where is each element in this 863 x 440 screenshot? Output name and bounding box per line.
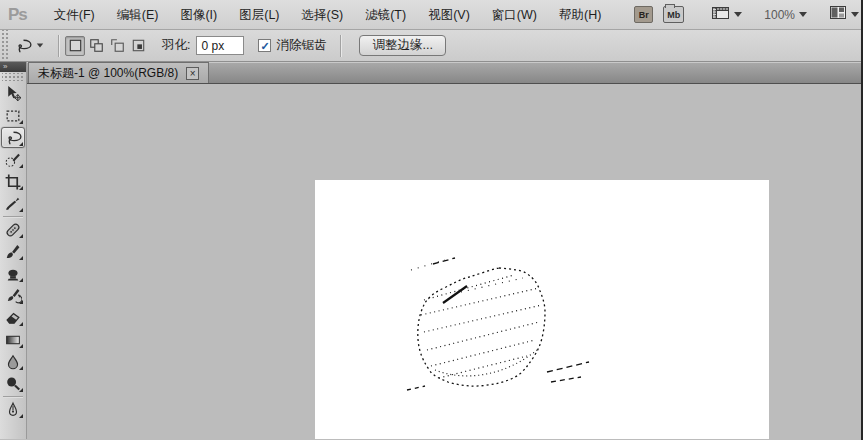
launch-bridge-button[interactable]: Br xyxy=(634,6,653,23)
flyout-indicator-icon xyxy=(19,414,23,418)
menu-item-help[interactable]: 帮助(H) xyxy=(548,1,612,29)
menu-item-file[interactable]: 文件(F) xyxy=(43,1,106,29)
view-extras-dropdown[interactable] xyxy=(706,3,747,26)
lasso-selection-drawing xyxy=(315,180,769,439)
flyout-indicator-icon xyxy=(19,388,23,392)
move-tool-button[interactable] xyxy=(1,83,25,104)
quick-selection-tool-button[interactable] xyxy=(1,149,25,170)
history-brush-tool-button[interactable] xyxy=(1,285,25,306)
anti-alias-label: 消除锯齿 xyxy=(276,37,326,54)
flyout-indicator-icon xyxy=(19,142,23,146)
new-selection-icon xyxy=(68,38,83,53)
options-bar-grip[interactable] xyxy=(0,30,8,61)
add-to-selection-button[interactable] xyxy=(86,36,106,56)
zoom-level-value: 100% xyxy=(764,8,795,22)
menu-item-image[interactable]: 图像(I) xyxy=(169,1,228,29)
flyout-indicator-icon xyxy=(19,344,23,348)
subtract-from-selection-icon xyxy=(110,38,125,53)
flyout-indicator-icon xyxy=(19,300,23,304)
checkbox-checked-icon[interactable]: ✓ xyxy=(258,39,271,52)
arrange-documents-dropdown[interactable] xyxy=(824,3,863,26)
flyout-indicator-icon xyxy=(19,322,23,326)
menu-item-layer[interactable]: 图层(L) xyxy=(228,1,290,29)
flyout-indicator-icon xyxy=(19,366,23,370)
options-separator xyxy=(340,35,341,57)
tool-preset-picker[interactable] xyxy=(8,37,52,55)
spot-healing-brush-tool-button[interactable] xyxy=(1,219,25,240)
move-icon xyxy=(4,85,22,103)
bridge-icon: Br xyxy=(639,10,649,20)
pen-tool-button[interactable] xyxy=(1,399,25,420)
view-extras-icon xyxy=(711,5,730,24)
intersect-selection-button[interactable] xyxy=(128,36,148,56)
document-column: 未标题-1 @ 100%(RGB/8) × xyxy=(27,62,861,439)
menu-item-view[interactable]: 视图(V) xyxy=(417,1,481,29)
photoshop-logo: Ps xyxy=(8,5,27,25)
eyedropper-tool-button[interactable] xyxy=(1,193,25,214)
main-area: » 未标题-1 @ 100%(RGB/8) × xyxy=(0,62,861,439)
flyout-indicator-icon xyxy=(19,186,23,190)
lasso-icon xyxy=(14,37,33,55)
toolbar-separator xyxy=(3,216,23,217)
dodge-tool-button[interactable] xyxy=(1,373,25,394)
flyout-indicator-icon xyxy=(19,120,23,124)
gradient-tool-button[interactable] xyxy=(1,329,25,350)
chevron-down-icon xyxy=(851,12,859,17)
arrange-documents-icon xyxy=(829,5,847,24)
add-to-selection-icon xyxy=(89,38,104,53)
toolbar-separator xyxy=(3,396,23,397)
menu-item-window[interactable]: 窗口(W) xyxy=(481,1,548,29)
photoshop-window: Ps 文件(F)编辑(E)图像(I)图层(L)选择(S)滤镜(T)视图(V)窗口… xyxy=(0,0,863,440)
workspace xyxy=(27,84,861,439)
document-tab-title: 未标题-1 @ 100%(RGB/8) xyxy=(38,65,178,82)
tools-panel-collapse-button[interactable]: » xyxy=(0,62,26,72)
menu-item-select[interactable]: 选择(S) xyxy=(291,1,355,29)
zoom-level-dropdown[interactable]: 100% xyxy=(759,6,812,24)
flyout-indicator-icon xyxy=(19,208,23,212)
blur-tool-button[interactable] xyxy=(1,351,25,372)
launch-mini-bridge-button[interactable]: Mb xyxy=(663,6,684,23)
chevron-down-icon xyxy=(734,12,742,17)
chevron-down-icon xyxy=(799,12,807,17)
refine-edge-button[interactable]: 调整边缘... xyxy=(359,35,445,56)
mini-bridge-icon: Mb xyxy=(667,10,680,20)
intersect-selection-icon xyxy=(131,38,146,53)
tool-buttons xyxy=(0,82,26,421)
selection-mode-buttons xyxy=(65,36,148,56)
tools-panel-grip[interactable] xyxy=(2,73,24,81)
menu-item-edit[interactable]: 编辑(E) xyxy=(106,1,170,29)
brush-tool-button[interactable] xyxy=(1,241,25,262)
tool-options-bar: 羽化: ✓ 消除锯齿 调整边缘... xyxy=(0,30,861,62)
flyout-indicator-icon xyxy=(19,164,23,168)
tools-panel: » xyxy=(0,62,27,439)
flyout-indicator-icon xyxy=(19,256,23,260)
feather-input[interactable] xyxy=(196,36,244,55)
eraser-tool-button[interactable] xyxy=(1,307,25,328)
anti-alias-checkbox-group[interactable]: ✓ 消除锯齿 xyxy=(258,37,326,54)
new-selection-button[interactable] xyxy=(65,36,85,56)
menu-items: 文件(F)编辑(E)图像(I)图层(L)选择(S)滤镜(T)视图(V)窗口(W)… xyxy=(43,1,613,29)
crop-tool-button[interactable] xyxy=(1,171,25,192)
app-bar-cluster: Br Mb 100% xyxy=(634,3,863,26)
document-tab[interactable]: 未标题-1 @ 100%(RGB/8) × xyxy=(28,62,209,83)
options-separator xyxy=(58,35,59,57)
chevron-down-icon xyxy=(37,44,43,48)
lasso-tool-button[interactable] xyxy=(1,127,25,148)
flyout-indicator-icon xyxy=(19,234,23,238)
close-icon[interactable]: × xyxy=(186,67,199,80)
rectangular-marquee-tool-button[interactable] xyxy=(1,105,25,126)
clone-stamp-tool-button[interactable] xyxy=(1,263,25,284)
document-tab-bar: 未标题-1 @ 100%(RGB/8) × xyxy=(27,62,861,84)
canvas[interactable] xyxy=(315,180,769,439)
flyout-indicator-icon xyxy=(19,278,23,282)
feather-label: 羽化: xyxy=(162,37,190,54)
menu-item-filter[interactable]: 滤镜(T) xyxy=(354,1,417,29)
subtract-from-selection-button[interactable] xyxy=(107,36,127,56)
menu-bar: Ps 文件(F)编辑(E)图像(I)图层(L)选择(S)滤镜(T)视图(V)窗口… xyxy=(0,0,861,30)
